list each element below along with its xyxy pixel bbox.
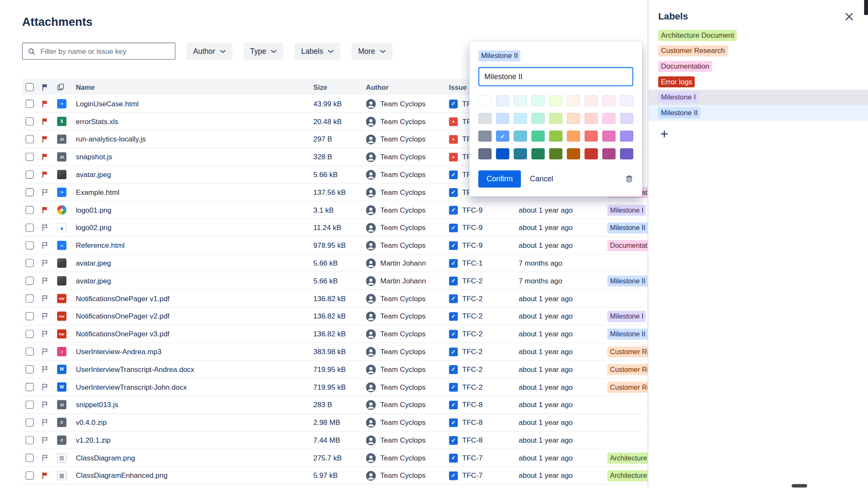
flag-outline-icon[interactable]	[42, 330, 49, 338]
table-row[interactable]: JSsnippet013.js283 BTeam Cyclops✓TFC-8ab…	[22, 396, 642, 414]
flag-outline-icon[interactable]	[42, 454, 49, 461]
file-name[interactable]: UserInterview-Andrea.mp3	[76, 347, 313, 356]
issue-key[interactable]: TFC-1	[462, 259, 483, 267]
color-swatch[interactable]	[620, 113, 633, 124]
flag-icon[interactable]	[42, 206, 49, 214]
file-name[interactable]: NotificationsOnePager v3.pdf	[76, 330, 313, 338]
color-swatch[interactable]	[514, 95, 527, 106]
row-label-chip[interactable]: Milestone II	[607, 222, 648, 233]
row-checkbox[interactable]	[25, 259, 34, 267]
row-label-chip[interactable]: Customer Research	[607, 364, 648, 375]
flag-outline-icon[interactable]	[42, 189, 49, 196]
row-checkbox[interactable]	[25, 365, 34, 374]
panel-label-chip[interactable]: Customer Research	[658, 45, 728, 56]
row-label-chip[interactable]: Milestone I	[607, 205, 646, 216]
row-checkbox[interactable]	[25, 401, 34, 409]
delete-label-icon[interactable]	[625, 175, 634, 183]
panel-label-chip[interactable]: Error logs	[658, 76, 695, 87]
color-swatch[interactable]	[531, 95, 545, 106]
file-name[interactable]: avatar.jpeg	[76, 259, 313, 267]
close-icon[interactable]	[845, 12, 854, 21]
color-swatch[interactable]	[531, 130, 545, 141]
color-swatch[interactable]	[567, 113, 580, 124]
file-name[interactable]: logo01.png	[76, 206, 313, 214]
flag-icon[interactable]	[42, 153, 49, 161]
table-row[interactable]: ♪UserInterview-Andrea.mp3383.98 kBTeam C…	[22, 343, 642, 361]
color-swatch[interactable]	[531, 113, 545, 124]
color-swatch[interactable]	[620, 130, 633, 141]
color-swatch[interactable]	[584, 148, 598, 159]
file-name[interactable]: v0.4.0.zip	[76, 418, 313, 427]
table-row[interactable]: ▦ClassDiagramEnhanced.png5.97 kBTeam Cyc…	[22, 467, 642, 485]
color-swatch[interactable]	[567, 148, 580, 159]
issue-key[interactable]: TFC-2	[462, 365, 483, 374]
file-name[interactable]: errorStats.xls	[76, 117, 313, 126]
panel-label-chip[interactable]: Architecture Document	[658, 30, 737, 41]
color-swatch[interactable]	[549, 95, 562, 106]
table-row[interactable]: PDFNotificationsOnePager v3.pdf136.82 kB…	[22, 325, 642, 343]
flag-outline-icon[interactable]	[42, 295, 49, 302]
flag-outline-icon[interactable]	[42, 437, 49, 444]
color-swatch[interactable]	[478, 113, 491, 124]
issue-key[interactable]: TFC-2	[462, 277, 483, 285]
flag-outline-icon[interactable]	[42, 366, 49, 373]
row-checkbox[interactable]	[25, 152, 34, 161]
row-checkbox[interactable]	[25, 471, 34, 480]
flag-icon[interactable]	[42, 136, 49, 143]
table-row[interactable]: ‹›Reference.html978.95 kBTeam Cyclops✓TF…	[22, 237, 642, 255]
issue-key[interactable]: TFC-9	[462, 241, 483, 250]
color-swatch[interactable]	[549, 113, 562, 124]
filter-input[interactable]	[39, 47, 170, 56]
issue-key[interactable]: TFC-2	[462, 312, 483, 321]
row-checkbox[interactable]	[25, 135, 34, 144]
issue-key[interactable]: TFC-8	[462, 436, 483, 444]
labels-list-item[interactable]: Documentation	[648, 58, 868, 74]
file-name[interactable]: avatar.jpeg	[76, 170, 313, 179]
select-all-checkbox[interactable]	[25, 83, 34, 92]
issue-key[interactable]: TFC-7	[462, 471, 483, 480]
panel-label-chip[interactable]: Milestone II	[658, 107, 701, 118]
file-name[interactable]: LoginUseCase.html	[76, 100, 313, 108]
issue-key[interactable]: TFC-9	[462, 224, 483, 232]
color-swatch[interactable]	[496, 148, 509, 159]
row-checkbox[interactable]	[25, 100, 34, 108]
issue-key[interactable]: TFC-8	[462, 418, 483, 427]
issue-key[interactable]: TFC-8	[462, 401, 483, 409]
color-swatch[interactable]	[620, 148, 633, 159]
add-label-button[interactable]	[660, 130, 669, 139]
labels-list-item[interactable]: Error logs	[648, 74, 868, 90]
color-swatch[interactable]	[514, 148, 527, 159]
confirm-button[interactable]: Confirm	[478, 170, 521, 187]
file-name[interactable]: avatar.jpeg	[76, 277, 313, 285]
color-swatch[interactable]	[567, 130, 580, 141]
file-name[interactable]: snapshot.js	[76, 152, 313, 161]
flag-outline-icon[interactable]	[42, 242, 49, 249]
flag-outline-icon[interactable]	[42, 348, 49, 355]
color-swatch[interactable]	[496, 113, 509, 124]
issue-key[interactable]: TFC-2	[462, 347, 483, 356]
row-checkbox[interactable]	[25, 312, 34, 321]
row-checkbox[interactable]	[25, 117, 34, 126]
color-swatch[interactable]	[602, 130, 615, 141]
flag-outline-icon[interactable]	[42, 224, 49, 231]
row-label-chip[interactable]: Milestone II	[607, 328, 648, 339]
file-name[interactable]: NotificationsOnePager v2.pdf	[76, 312, 313, 321]
row-checkbox[interactable]	[25, 418, 34, 427]
flag-icon[interactable]	[42, 472, 49, 479]
file-name[interactable]: snippet013.js	[76, 401, 313, 409]
color-swatch[interactable]	[478, 148, 491, 159]
table-row[interactable]: Zv1.20.1.zip7.44 MBTeam Cyclops✓TFC-8abo…	[22, 432, 642, 449]
row-label-chip[interactable]: Customer Research	[607, 382, 648, 393]
table-row[interactable]: PDFNotificationsOnePager v2.pdf136.82 kB…	[22, 308, 642, 325]
file-name[interactable]: ClassDiagramEnhanced.png	[76, 471, 313, 480]
color-swatch[interactable]	[584, 113, 598, 124]
panel-label-chip[interactable]: Documentation	[658, 61, 712, 72]
issue-key[interactable]: TFC-2	[462, 383, 483, 391]
row-checkbox[interactable]	[25, 454, 34, 462]
flag-outline-icon[interactable]	[42, 401, 49, 408]
horizontal-scrollbar-thumb[interactable]	[792, 484, 807, 488]
label-name-input[interactable]	[478, 67, 633, 86]
file-name[interactable]: v1.20.1.zip	[76, 436, 313, 444]
row-label-chip[interactable]: Documentation	[607, 240, 648, 251]
table-row[interactable]: avatar.jpeg5.66 kBMartin Johann✓TFC-27 m…	[22, 272, 642, 290]
